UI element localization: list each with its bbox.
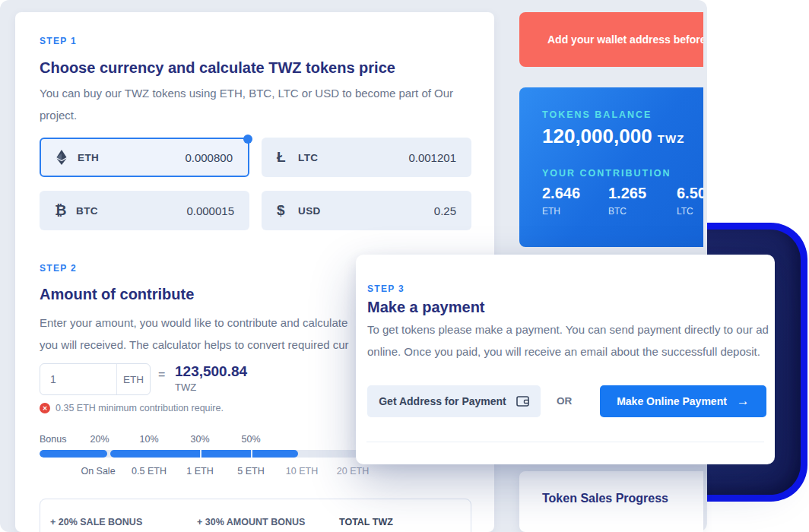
- usd-icon: $: [277, 202, 298, 219]
- step3-description-line2: online. Once you paid, you will receive …: [367, 345, 760, 358]
- your-contribution-label: YOUR CONTRIBUTION: [542, 168, 671, 179]
- progress-divider: [200, 450, 201, 458]
- currency-options: ETH 0.000800 Ł LTC 0.001201 ₿ BTC 0.0000…: [40, 138, 471, 230]
- step2-title: Amount of contribute: [40, 286, 194, 303]
- tokens-balance-card: TOKENS BALANCE 120,000,000 TWZ YOUR CONT…: [519, 87, 703, 247]
- step1-title: Choose currency and calculate TWZ tokens…: [40, 59, 395, 77]
- bonus-percent: 10%: [139, 434, 158, 445]
- contribution-btc: 1.265 BTC: [608, 185, 646, 217]
- step2-description-line2: you will received. The calculator helps …: [40, 334, 349, 356]
- currency-code: ETH: [78, 152, 99, 163]
- btc-icon: ₿: [55, 202, 76, 219]
- error-text: 0.35 ETH minimum contribution require.: [56, 403, 224, 413]
- equals-sign: =: [158, 368, 165, 382]
- currency-code: USD: [298, 205, 321, 217]
- arrow-right-icon: →: [737, 394, 750, 409]
- balance-number: 120,000,000: [542, 125, 652, 147]
- bonus-label: Bonus: [40, 434, 66, 445]
- sale-bonus-label: + 20% SALE BONUS: [50, 517, 142, 527]
- converted-amount: 123,500.84: [175, 363, 247, 380]
- make-online-payment-button[interactable]: Make Online Payment →: [600, 385, 766, 417]
- currency-option-eth[interactable]: ETH 0.000800: [40, 138, 249, 177]
- bonus-percent: 20%: [90, 434, 109, 445]
- wallet-address-alert: Add your wallet address before bu: [519, 12, 703, 67]
- online-payment-label: Make Online Payment: [617, 395, 727, 407]
- bonus-percent: 30%: [190, 434, 209, 445]
- amount-input[interactable]: [40, 364, 116, 394]
- contribution-unit: ETH: [542, 206, 580, 217]
- currency-rate: 0.000800: [185, 151, 233, 164]
- bar-tick-label: 5 ETH: [237, 466, 264, 477]
- error-cross-icon: ✕: [40, 403, 50, 413]
- bonus-summary-box: + 20% SALE BONUS + 30% AMOUNT BONUS TOTA…: [40, 499, 471, 532]
- progress-segment: [110, 450, 298, 458]
- eth-icon: [56, 150, 78, 165]
- tokens-balance-value: 120,000,000 TWZ: [542, 125, 684, 148]
- token-sales-progress-title: Token Sales Progress: [542, 492, 668, 505]
- currency-option-usd[interactable]: $ USD 0.25: [262, 191, 471, 230]
- contribution-value: 1.265: [608, 185, 646, 202]
- minimum-contribution-error: ✕ 0.35 ETH minimum contribution require.: [40, 403, 224, 413]
- amount-bonus-label: + 30% AMOUNT BONUS: [197, 517, 305, 527]
- modal-divider: [366, 442, 764, 442]
- get-address-button[interactable]: Get Address for Payment: [367, 385, 541, 417]
- token-sales-progress-card: Token Sales Progress: [519, 471, 703, 532]
- bar-tick-label: 10 ETH: [286, 466, 318, 477]
- step3-description-line1: To get tokens please make a payment. You…: [367, 323, 769, 336]
- currency-rate: 0.001201: [408, 151, 456, 164]
- amount-unit-label: ETH: [116, 364, 150, 394]
- step3-label: STEP 3: [367, 283, 404, 294]
- contribution-eth: 2.646 ETH: [542, 185, 580, 217]
- step3-title: Make a payment: [367, 299, 485, 316]
- amount-input-group: ETH: [40, 363, 151, 395]
- step1-label: STEP 1: [40, 36, 77, 46]
- converted-unit: TWZ: [175, 382, 196, 393]
- token-purchase-page: STEP 1 Choose currency and calculate TWZ…: [0, 0, 809, 532]
- contribution-value: 2.646: [542, 185, 580, 202]
- currency-rate: 0.25: [434, 204, 456, 217]
- currency-code: LTC: [298, 152, 318, 163]
- tokens-balance-label: TOKENS BALANCE: [542, 109, 652, 120]
- balance-unit: TWZ: [658, 132, 684, 145]
- ltc-icon: Ł: [277, 149, 298, 166]
- make-payment-modal: STEP 3 Make a payment To get tokens plea…: [356, 255, 775, 464]
- currency-option-btc[interactable]: ₿ BTC 0.000015: [40, 191, 249, 230]
- currency-rate: 0.000015: [186, 204, 234, 217]
- contribution-value: 6.500: [677, 185, 703, 202]
- progress-divider: [251, 450, 252, 458]
- selected-indicator-dot: [243, 135, 252, 144]
- contribution-unit: BTC: [608, 206, 646, 217]
- get-address-label: Get Address for Payment: [379, 395, 506, 407]
- step2-description-line1: Enter your amount, you would like to con…: [40, 312, 347, 334]
- contribution-ltc: 6.500 LTC: [677, 185, 703, 217]
- total-twz-label: TOTAL TWZ: [339, 517, 393, 527]
- bonus-percent: 50%: [241, 434, 260, 445]
- or-separator: OR: [550, 385, 578, 417]
- contribution-unit: LTC: [677, 206, 703, 217]
- step1-description: You can buy our TWZ tokens using ETH, BT…: [40, 82, 465, 126]
- wallet-icon: [516, 396, 529, 407]
- bar-tick-label: On Sale: [81, 466, 115, 477]
- currency-option-ltc[interactable]: Ł LTC 0.001201: [262, 138, 471, 177]
- step2-label: STEP 2: [40, 263, 77, 274]
- progress-segment: [40, 450, 107, 458]
- bar-tick-label: 1 ETH: [186, 466, 213, 477]
- bar-tick-label: 20 ETH: [337, 466, 369, 477]
- currency-code: BTC: [76, 205, 98, 217]
- bar-tick-label: 0.5 ETH: [132, 466, 167, 477]
